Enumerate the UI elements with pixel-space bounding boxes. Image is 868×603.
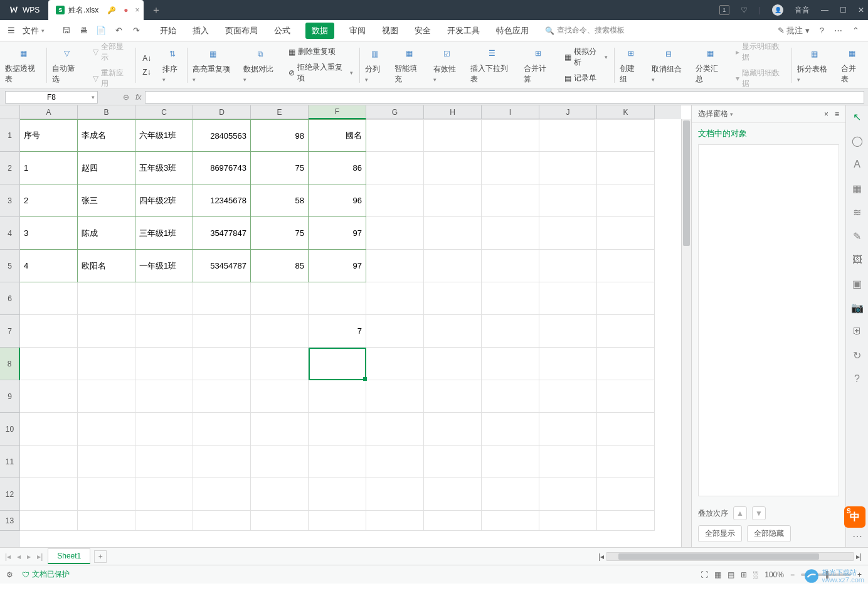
redo-icon[interactable]: ↷ <box>131 26 141 36</box>
tab-review[interactable]: 审阅 <box>348 23 367 39</box>
smart-fill-button[interactable]: ▦ 智能填充 <box>389 43 428 87</box>
cell[interactable]: 1 <box>20 152 78 184</box>
cell[interactable]: 张三 <box>78 184 135 217</box>
user-avatar[interactable]: 👤 <box>772 4 783 16</box>
row-header[interactable]: 5 <box>0 250 20 282</box>
save-icon[interactable]: 🖫 <box>61 26 71 36</box>
help-rail-icon[interactable]: ? <box>851 373 864 385</box>
pane-title[interactable]: 选择窗格 <box>698 109 733 119</box>
tab-insert[interactable]: 插入 <box>191 23 210 39</box>
col-header[interactable]: B <box>78 105 135 119</box>
minimize-button[interactable]: — <box>821 6 828 14</box>
view-page-icon[interactable]: ▤ <box>728 570 734 579</box>
cell[interactable]: 李成名 <box>78 119 135 152</box>
consolidate-button[interactable]: ⊞ 合并计算 <box>519 43 558 87</box>
highlight-dup-button[interactable]: ▦ 高亮重复项 <box>188 44 238 86</box>
tab-devtools[interactable]: 开发工具 <box>446 23 481 39</box>
row-header[interactable]: 12 <box>0 478 20 511</box>
font-icon[interactable]: A <box>851 158 864 171</box>
cell[interactable]: 五年级3班 <box>135 152 193 184</box>
objects-list[interactable] <box>698 144 839 496</box>
row-header[interactable]: 11 <box>0 446 20 478</box>
cell[interactable]: 85 <box>251 250 309 282</box>
cell[interactable]: 陈成 <box>78 217 135 250</box>
col-header[interactable]: G <box>366 105 424 119</box>
tab-pagelayout[interactable]: 页面布局 <box>224 23 259 39</box>
cell[interactable]: 7 <box>309 315 366 348</box>
row-header[interactable]: 2 <box>0 152 20 184</box>
scroll-thumb[interactable] <box>683 120 690 246</box>
show-detail-button[interactable]: ▸显示明细数据 <box>733 40 788 64</box>
last-sheet-icon[interactable]: ▸| <box>37 552 43 561</box>
formula-input[interactable] <box>145 91 864 104</box>
zoom-level[interactable]: 100% <box>765 570 784 579</box>
col-header[interactable]: I <box>482 105 539 119</box>
data-compare-button[interactable]: ⧉ 数据对比 <box>238 44 282 86</box>
hscroll-right-icon[interactable]: ▸| <box>856 552 862 561</box>
next-sheet-icon[interactable]: ▸ <box>27 552 31 561</box>
picture-icon[interactable]: 📷 <box>851 301 864 314</box>
close-pane-icon[interactable]: × <box>824 110 828 119</box>
subtotal-button[interactable]: ▦ 分类汇总 <box>691 43 729 87</box>
column-headers[interactable]: A B C D E F G H I J K <box>20 105 681 119</box>
annotate-button[interactable]: ✎ 批注 ▾ <box>778 25 810 36</box>
cell[interactable]: 98 <box>251 119 309 152</box>
layout-icon[interactable]: ▣ <box>851 277 864 290</box>
col-header[interactable]: K <box>597 105 655 119</box>
cell[interactable]: 28405563 <box>193 119 251 152</box>
remove-dup-button[interactable]: ▦删除重复项 <box>286 45 356 58</box>
row-header[interactable]: 7 <box>0 315 20 348</box>
row-header[interactable]: 6 <box>0 282 20 315</box>
row-header[interactable]: 10 <box>0 413 20 446</box>
shape-icon[interactable]: ◯ <box>851 134 864 147</box>
settings-icon[interactable]: ⚙ <box>6 570 13 579</box>
validation-button[interactable]: ☑ 有效性 <box>428 44 465 86</box>
row-headers[interactable]: 1 2 3 4 5 6 7 8 9 10 11 12 13 <box>0 119 20 547</box>
document-tab[interactable]: S 姓名.xlsx 🔑 ● × <box>48 0 143 20</box>
col-header[interactable]: D <box>193 105 251 119</box>
maximize-button[interactable]: ☐ <box>840 6 847 14</box>
merge-table-button[interactable]: ▦ 合并表 <box>836 43 868 87</box>
pivot-table-button[interactable]: ▦ 数据透视表 <box>0 43 46 87</box>
row-header[interactable]: 4 <box>0 217 20 250</box>
col-header[interactable]: F <box>309 105 366 119</box>
cell[interactable]: 六年级1班 <box>135 119 193 152</box>
first-sheet-icon[interactable]: |◂ <box>5 552 11 561</box>
select-all-corner[interactable] <box>0 105 20 119</box>
ungroup-button[interactable]: ⊟ 取消组合 <box>647 44 691 86</box>
fullscreen-icon[interactable]: ⛶ <box>701 570 708 579</box>
cursor-icon[interactable]: ↖ <box>851 110 864 123</box>
add-sheet-button[interactable]: + <box>94 550 107 563</box>
cell[interactable]: 3 <box>20 217 78 250</box>
close-window-button[interactable]: ✕ <box>858 6 864 14</box>
zoom-out-icon[interactable]: − <box>790 570 795 579</box>
cell[interactable]: 赵四 <box>78 152 135 184</box>
col-header[interactable]: J <box>539 105 597 119</box>
more-rail-icon[interactable]: ⋯ <box>851 530 864 542</box>
hide-detail-button[interactable]: ▾隐藏明细数据 <box>733 67 788 90</box>
chart-icon[interactable]: ≋ <box>851 206 864 218</box>
print-preview-icon[interactable]: 📄 <box>96 26 106 36</box>
close-tab-icon[interactable]: × <box>135 6 140 14</box>
cancel-formula-icon[interactable]: ⊖ <box>123 93 129 102</box>
view-normal-icon[interactable]: ▦ <box>714 570 721 579</box>
row-header[interactable]: 13 <box>0 511 20 531</box>
sheet-area[interactable]: A B C D E F G H I J K 1 2 3 4 5 6 7 8 9 … <box>0 105 691 547</box>
comment-icon[interactable]: ✎ <box>851 230 864 242</box>
app-logo[interactable]: WPS <box>0 0 48 20</box>
name-box[interactable]: F8 <box>5 91 98 104</box>
text-to-columns-button[interactable]: ▥ 分列 <box>360 44 389 86</box>
print-icon[interactable]: 🖶 <box>78 26 88 36</box>
col-header[interactable]: E <box>251 105 309 119</box>
cell[interactable]: 一年级1班 <box>135 250 193 282</box>
protect-label[interactable]: 文档已保护 <box>32 569 70 580</box>
move-down-button[interactable]: ▼ <box>752 506 766 520</box>
fx-icon[interactable]: fx <box>135 93 141 102</box>
hscroll-thumb[interactable] <box>618 553 819 560</box>
insert-dropdown-button[interactable]: ☰ 插入下拉列表 <box>465 43 519 87</box>
theme-icon[interactable]: ♡ <box>741 6 748 14</box>
row-header[interactable]: 8 <box>0 348 20 380</box>
cell[interactable]: 58 <box>251 184 309 217</box>
sheet-tab[interactable]: Sheet1 <box>48 548 90 564</box>
prev-sheet-icon[interactable]: ◂ <box>17 552 21 561</box>
